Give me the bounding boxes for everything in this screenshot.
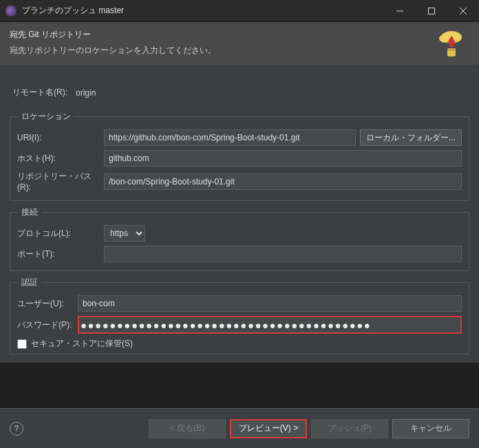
dialog-content: リモート名(R): origin ロケーション URI(I): ローカル・フォル… bbox=[0, 65, 479, 363]
back-button[interactable]: < 戻る(B) bbox=[149, 419, 226, 438]
dialog-footer: ? < 戻る(B) プレビュー(V) > プッシュ(P) キャンセル bbox=[0, 408, 479, 448]
titlebar: ブランチのプッシュ master bbox=[0, 0, 479, 22]
user-label: ユーザー(U): bbox=[17, 298, 78, 310]
host-input[interactable] bbox=[104, 150, 462, 167]
uri-label: URI(I): bbox=[17, 133, 104, 142]
connection-group: 接続 プロトコル(L): https ポート(T): bbox=[10, 206, 469, 271]
header-title: 宛先 Git リポジトリー bbox=[10, 29, 469, 41]
svg-rect-9 bbox=[447, 48, 456, 51]
port-label: ポート(T): bbox=[17, 248, 104, 260]
location-group: ロケーション URI(I): ローカル・フォルダー... ホスト(H): リポジ… bbox=[10, 111, 469, 201]
maximize-button[interactable] bbox=[416, 0, 447, 22]
remote-row: リモート名(R): origin bbox=[12, 87, 469, 98]
connection-legend: 接続 bbox=[17, 206, 42, 218]
push-cloud-icon bbox=[435, 28, 467, 59]
password-input[interactable]: ●●●●●●●●●●●●●●●●●●●●●●●●●●●●●●●●●●●●●●●● bbox=[78, 316, 462, 334]
eclipse-icon bbox=[6, 6, 17, 17]
preview-button[interactable]: プレビュー(V) > bbox=[230, 419, 307, 438]
cancel-button[interactable]: キャンセル bbox=[392, 419, 469, 438]
window-title: ブランチのプッシュ master bbox=[22, 5, 384, 17]
auth-group: 認証 ユーザー(U): パスワード(P): ●●●●●●●●●●●●●●●●●●… bbox=[10, 277, 469, 354]
remote-value: origin bbox=[76, 88, 96, 98]
svg-rect-1 bbox=[429, 8, 435, 14]
password-label: パスワード(P): bbox=[17, 319, 78, 331]
host-label: ホスト(H): bbox=[17, 153, 104, 164]
repo-path-input[interactable] bbox=[104, 173, 462, 190]
secure-store-label: セキュア・ストアに保管(S) bbox=[31, 338, 133, 350]
secure-store-checkbox[interactable] bbox=[17, 339, 27, 349]
uri-input[interactable] bbox=[104, 129, 356, 146]
local-folder-button[interactable]: ローカル・フォルダー... bbox=[360, 129, 462, 146]
repo-path-label: リポジトリー・パス(R): bbox=[17, 171, 104, 192]
auth-legend: 認証 bbox=[17, 277, 42, 288]
remote-label: リモート名(R): bbox=[12, 87, 76, 98]
port-input[interactable] bbox=[104, 246, 462, 262]
protocol-select[interactable]: https bbox=[104, 225, 145, 242]
header-subtitle: 宛先リポジトリーのロケーションを入力してください。 bbox=[10, 45, 469, 56]
close-button[interactable] bbox=[447, 0, 479, 22]
minimize-button[interactable] bbox=[384, 0, 416, 22]
user-input[interactable] bbox=[78, 295, 462, 312]
push-button[interactable]: プッシュ(P) bbox=[311, 419, 388, 438]
protocol-label: プロトコル(L): bbox=[17, 228, 104, 239]
help-icon[interactable]: ? bbox=[10, 422, 23, 436]
location-legend: ロケーション bbox=[17, 111, 75, 122]
password-mask: ●●●●●●●●●●●●●●●●●●●●●●●●●●●●●●●●●●●●●●●● bbox=[81, 319, 371, 331]
dialog-header: 宛先 Git リポジトリー 宛先リポジトリーのロケーションを入力してください。 bbox=[0, 22, 479, 65]
